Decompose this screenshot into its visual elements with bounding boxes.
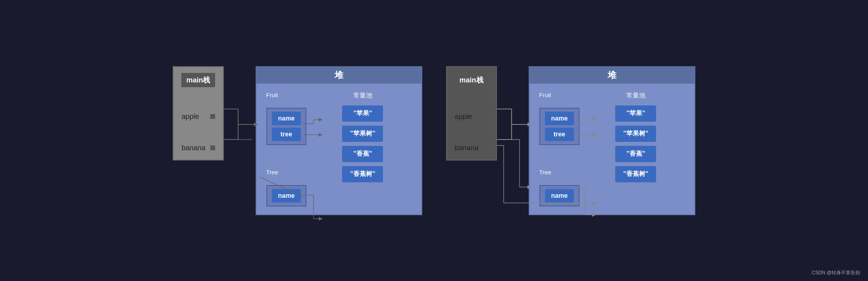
stack-item-apple-2: apple — [455, 111, 488, 122]
heap-objects-2: Fruit name tree Tree name — [539, 92, 580, 206]
fruit-name-field-2: name — [545, 112, 574, 125]
heap-objects-1: Fruit name tree Tree name — [266, 92, 307, 206]
const-item-3-1: "香蕉树" — [342, 166, 383, 182]
apple-dot-1 — [210, 114, 215, 119]
tree-class-label-1: Tree — [266, 169, 307, 176]
const-item-0-1: "苹果" — [342, 105, 383, 122]
fruit-class-label-2: Fruit — [539, 92, 580, 98]
heap-panel-2: 堆 Fruit name tree Tree name — [529, 66, 695, 215]
fruit-class-label-1: Fruit — [266, 92, 307, 98]
banana-dot-2 — [483, 145, 488, 150]
const-pool-title-2: 常量池 — [615, 92, 656, 100]
banana-label-1: banana — [181, 144, 205, 152]
fruit-name-field-1: name — [272, 112, 301, 125]
stack-panel-2: main栈 apple banana — [446, 66, 497, 161]
const-item-3-2: "香蕉树" — [615, 166, 656, 182]
tree-object-1: name — [266, 185, 307, 206]
const-item-2-1: "香蕉" — [342, 146, 383, 162]
diagram-2: main栈 apple banana 堆 Fruit — [446, 66, 695, 215]
diagrams-container: main栈 apple banana 堆 — [173, 66, 695, 215]
stack-panel-1: main栈 apple banana — [173, 66, 223, 161]
const-item-1-2: "苹果树" — [615, 126, 656, 142]
banana-label-2: banana — [455, 144, 479, 152]
const-pool-2: 常量池 "苹果" "苹果树" "香蕉" "香蕉树" — [615, 92, 656, 182]
tree-object-2: name — [539, 185, 580, 206]
tree-name-field-1: name — [272, 189, 301, 203]
watermark: CSDN @转身不算告别 — [812, 270, 860, 276]
banana-dot-1 — [210, 145, 215, 150]
apple-label-1: apple — [181, 113, 199, 121]
const-item-1-1: "苹果树" — [342, 126, 383, 142]
stack-item-banana-1: banana — [181, 142, 215, 154]
stack-title-1: main栈 — [181, 73, 215, 87]
stack-title-2: main栈 — [455, 73, 488, 87]
fruit-tree-field-1: tree — [272, 128, 301, 141]
fruit-object-1: name tree — [266, 108, 307, 145]
diagram-1: main栈 apple banana 堆 — [173, 66, 422, 215]
apple-dot-2 — [483, 114, 488, 119]
tree-name-field-2: name — [545, 189, 574, 203]
fruit-object-2: name tree — [539, 108, 580, 145]
const-item-0-2: "苹果" — [615, 105, 656, 122]
stack-item-banana-2: banana — [455, 142, 488, 154]
stack-item-apple-1: apple — [181, 111, 215, 122]
heap-title-1: 堆 — [256, 67, 421, 84]
apple-label-2: apple — [455, 113, 472, 121]
tree-class-label-2: Tree — [539, 169, 580, 176]
heap-panel-1: 堆 Fruit name tree Tree name — [256, 66, 422, 215]
heap-title-2: 堆 — [529, 67, 695, 84]
const-pool-1: 常量池 "苹果" "苹果树" "香蕉" "香蕉树" — [342, 92, 383, 182]
const-item-2-2: "香蕉" — [615, 146, 656, 162]
svg-marker-16 — [319, 217, 323, 221]
fruit-tree-field-2: tree — [545, 128, 574, 141]
const-pool-title-1: 常量池 — [342, 92, 383, 100]
